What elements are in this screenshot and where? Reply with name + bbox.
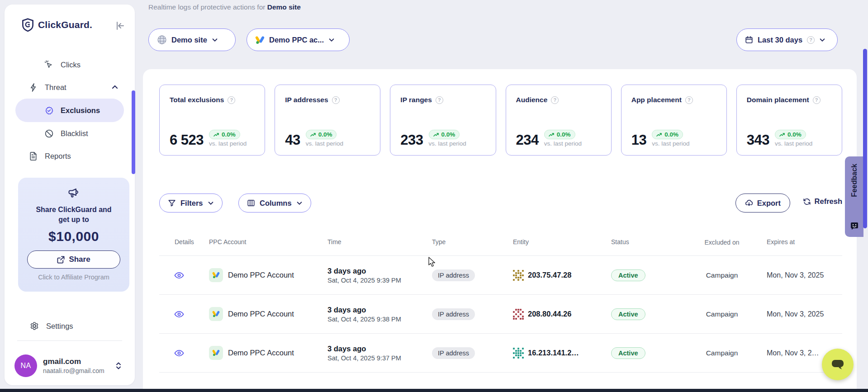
date-range-dropdown[interactable]: Last 30 days ?: [736, 28, 838, 51]
trend-up-icon: [656, 132, 662, 137]
sidebar-item-label: Exclusions: [61, 106, 100, 115]
brand-logo[interactable]: ClickGuard.: [22, 18, 92, 32]
view-details-eye-icon[interactable]: [174, 309, 185, 320]
refresh-button[interactable]: Refresh: [803, 197, 842, 206]
google-ads-icon: [255, 35, 265, 45]
share-button[interactable]: Share: [27, 250, 120, 269]
excluded-on-cell: Campaign: [685, 310, 759, 318]
app-root: ClickGuard. Clicks Threat: [0, 0, 868, 392]
globe-icon: [157, 35, 167, 45]
sidebar-scrollbar[interactable]: [132, 90, 135, 174]
exclusions-table: Details PPC Account Time Type Entity Sta…: [159, 232, 842, 392]
trend-up-icon: [433, 132, 439, 137]
google-ads-icon: [209, 268, 223, 282]
col-header-expires-at[interactable]: Expires at: [759, 232, 842, 255]
chevron-up-icon: [111, 84, 119, 91]
time-cell: 3 days ago Sat, Oct 4, 2025 9:38 PM: [318, 306, 428, 323]
trend-up-icon: [310, 132, 316, 137]
sidebar-item-clicks[interactable]: Clicks: [5, 53, 135, 76]
col-header-excluded-on[interactable]: Excluded on: [695, 238, 749, 246]
help-icon: ?: [807, 36, 815, 44]
expires-at-cell: Mon, Nov 3, 2025: [759, 310, 842, 318]
table-row: Demo PPC Account 3 days ago Sat, Oct 4, …: [159, 255, 842, 294]
date-range-value: Last 30 days: [758, 36, 802, 44]
stat-card-app-placement: App placement? 13 0.0% vs. last period: [621, 85, 727, 156]
subtitle-prefix: Realtime logs of protective actions for: [148, 3, 267, 11]
site-dropdown[interactable]: Demo site: [148, 28, 236, 51]
feedback-smiley-icon: [850, 222, 859, 231]
stat-label: Audience: [516, 96, 548, 104]
chat-launcher-button[interactable]: [822, 349, 854, 380]
columns-label: Columns: [260, 199, 292, 208]
clickguard-shield-icon: [22, 18, 34, 32]
chevron-down-icon: [328, 37, 335, 43]
speech-bubble-icon: [830, 358, 845, 371]
sidebar-item-threat[interactable]: Threat: [5, 76, 135, 99]
stat-card-audience: Audience? 234 0.0% vs. last period: [506, 85, 612, 156]
refresh-icon: [803, 198, 811, 206]
divider: [17, 340, 122, 341]
main-panel: Total exclusions? 6 523 0.0% vs. last pe…: [143, 69, 857, 392]
help-icon: ?: [685, 96, 693, 104]
share-button-label: Share: [69, 255, 90, 264]
stat-value: 343: [747, 133, 769, 147]
entity-value: 208.80.44.26: [528, 310, 571, 318]
calendar-icon: [745, 36, 753, 44]
sidebar-item-exclusions[interactable]: Exclusions: [15, 99, 124, 122]
entity-cell: 203.75.47.28: [507, 270, 604, 281]
promo-amount: $10,000: [18, 229, 129, 244]
time-absolute: Sat, Oct 4, 2025 9:38 PM: [327, 316, 401, 323]
table-toolbar: Filters Columns Export Refresh: [159, 194, 842, 213]
site-dropdown-value: Demo site: [171, 36, 207, 44]
view-details-eye-icon[interactable]: [174, 270, 185, 281]
ppc-account-cell: Demo PPC Account: [209, 268, 318, 282]
sidebar-item-reports[interactable]: Reports: [5, 145, 135, 167]
google-ads-icon: [209, 307, 223, 321]
stat-label: IP addresses: [285, 96, 328, 104]
sidebar-item-label: Threat: [45, 83, 66, 92]
expires-at-cell: Mon, Nov 3, 2025: [759, 271, 842, 279]
feedback-tab[interactable]: Feedback: [845, 156, 863, 237]
stat-label: Domain placement: [747, 96, 809, 104]
page-scrollbar-thumb[interactable]: [863, 49, 867, 228]
stat-value: 234: [516, 133, 539, 147]
view-details-eye-icon[interactable]: [174, 348, 185, 359]
sidebar: ClickGuard. Clicks Threat: [5, 5, 135, 385]
ppc-account-dropdown[interactable]: Demo PPC ac...: [247, 28, 350, 51]
export-button[interactable]: Export: [735, 194, 790, 213]
col-header-ppc-account[interactable]: PPC Account: [209, 232, 318, 255]
chevron-down-icon: [296, 200, 303, 206]
excluded-on-cell: Campaign: [685, 349, 759, 357]
sidebar-item-blacklist[interactable]: Blacklist: [5, 122, 135, 145]
time-relative: 3 days ago: [327, 306, 366, 314]
affiliate-promo-card[interactable]: Share ClickGuard and get up to $10,000 S…: [18, 178, 129, 292]
type-badge: IP address: [432, 269, 475, 281]
stat-card-ip-ranges: IP ranges? 233 0.0% vs. last period: [390, 85, 496, 156]
col-header-entity[interactable]: Entity: [507, 232, 604, 255]
columns-button[interactable]: Columns: [238, 194, 311, 213]
stat-value: 13: [631, 133, 646, 147]
col-header-details[interactable]: Details: [159, 232, 209, 255]
time-relative: 3 days ago: [327, 345, 366, 353]
sidebar-collapse-icon[interactable]: [115, 21, 125, 31]
ppc-account-cell: Demo PPC Account: [209, 346, 318, 360]
time-absolute: Sat, Oct 4, 2025 9:37 PM: [327, 354, 401, 362]
badge-check-icon: [44, 106, 54, 115]
stat-label: IP ranges: [400, 96, 432, 104]
trend-up-icon: [549, 132, 555, 137]
filters-button[interactable]: Filters: [159, 194, 223, 213]
col-header-status[interactable]: Status: [604, 232, 685, 255]
delta-badge: 0.0%: [306, 130, 337, 139]
status-badge: Active: [611, 347, 645, 359]
col-header-time[interactable]: Time: [318, 232, 428, 255]
sidebar-item-label: Settings: [46, 322, 73, 331]
ban-icon: [44, 129, 54, 138]
chevron-down-icon: [208, 200, 214, 206]
user-menu[interactable]: NA gmail.com naatali.ro@gmail.com: [14, 354, 125, 378]
sidebar-item-settings[interactable]: Settings: [5, 316, 135, 336]
ppc-account-dropdown-value: Demo PPC ac...: [269, 36, 324, 44]
account-name: Demo PPC Account: [228, 271, 294, 279]
lightning-icon: [28, 83, 38, 92]
chevron-down-icon: [819, 37, 825, 43]
col-header-type[interactable]: Type: [428, 232, 507, 255]
